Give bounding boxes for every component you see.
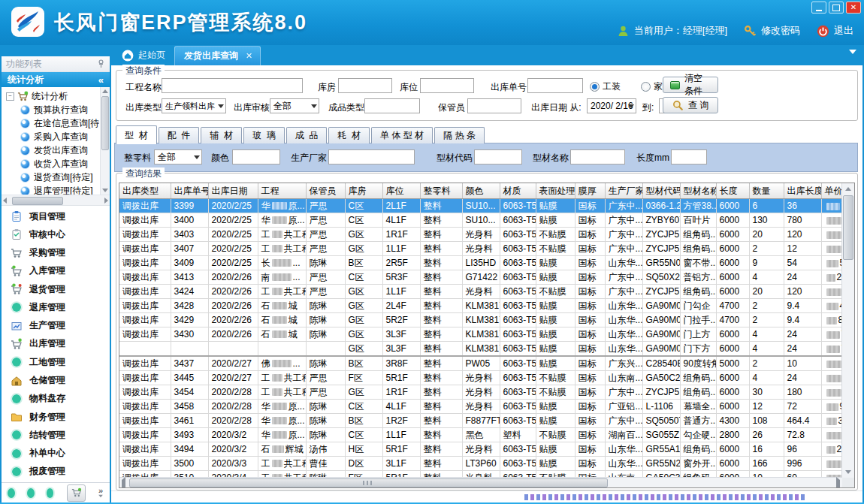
- tree-scroll-thumb[interactable]: [101, 96, 109, 150]
- material-tab-2[interactable]: 配 件: [159, 127, 200, 143]
- column-header-长度[interactable]: 长度: [716, 183, 749, 199]
- sidebar-item-退货管理[interactable]: 退货管理: [2, 280, 110, 298]
- change-password-button[interactable]: 修改密码: [744, 24, 800, 38]
- column-header-出库单号[interactable]: 出库单号: [171, 183, 208, 199]
- tree-item[interactable]: 退库管理[待定]: [6, 184, 99, 195]
- column-header-生产厂家[interactable]: 生产厂家: [605, 183, 642, 199]
- sidebar-item-出库管理[interactable]: 出库管理: [2, 335, 110, 353]
- column-header-单价[interactable]: 单价: [821, 183, 842, 199]
- sidebar-item-仓储管理[interactable]: 仓储管理: [2, 371, 110, 389]
- material-tab-5[interactable]: 成 品: [286, 127, 328, 143]
- dock-dot-icon[interactable]: [8, 488, 15, 498]
- material-tab-3[interactable]: 辅 材: [201, 127, 242, 143]
- warehouse-input[interactable]: [338, 78, 392, 93]
- column-header-库位[interactable]: 库位: [382, 183, 420, 199]
- table-row[interactable]: 调拨出库34302020/2/26石城陈琳G区3L3F整料KLM38176063…: [119, 327, 842, 342]
- scroll-left-icon[interactable]: [3, 195, 7, 205]
- tree-item[interactable]: 收货入库查询: [6, 157, 99, 171]
- material-tab-8[interactable]: 隔 热 条: [434, 127, 485, 143]
- sidebar-item-生产管理[interactable]: 生产管理: [2, 317, 110, 335]
- scroll-up-icon[interactable]: [101, 87, 110, 95]
- table-row[interactable]: 调拨出库34612020/2/28华原...陈琳B区1R2F整料F8877FT6…: [119, 414, 842, 428]
- sidebar-item-退库管理[interactable]: 退库管理: [2, 298, 110, 316]
- audit-combo[interactable]: 全部: [270, 98, 319, 113]
- scroll-left-icon[interactable]: [122, 480, 125, 488]
- grid-vertical-scrollbar[interactable]: [841, 183, 854, 478]
- sidebar-item-物料盘存[interactable]: 物料盘存: [2, 390, 110, 408]
- tree-item[interactable]: 发货出库查询: [6, 143, 99, 157]
- column-header-材质[interactable]: 材质: [500, 183, 536, 199]
- column-header-出库日期[interactable]: 出库日期: [208, 183, 258, 199]
- table-row[interactable]: 调拨出库34002020/2/25华原...严思C区4L1F整料SU10...6…: [119, 213, 842, 228]
- sidebar-item-补单中心[interactable]: 补单中心: [2, 444, 110, 462]
- profile-name-input[interactable]: [570, 149, 625, 164]
- table-row[interactable]: 调拨出库34072020/2/25工共工程严思G区1L1F整料光身料6063-T…: [119, 242, 842, 256]
- logout-button[interactable]: 退出: [817, 24, 853, 38]
- column-header-型材名称[interactable]: 型材名称: [680, 183, 716, 199]
- sidebar-item-审核中心[interactable]: 审核中心: [2, 225, 110, 243]
- order-no-input[interactable]: [527, 78, 583, 93]
- scroll-down-icon[interactable]: [101, 186, 110, 195]
- sidebar-item-报废管理[interactable]: 报废管理: [2, 463, 110, 481]
- material-tab-1[interactable]: 型 材: [116, 125, 157, 144]
- whole-piece-combo[interactable]: 全部: [154, 149, 202, 164]
- tab-shipping-outbound-query[interactable]: 发货出库查询 ✕: [174, 46, 261, 65]
- keeper-input[interactable]: [467, 98, 521, 113]
- tab-home[interactable]: 起始页: [113, 45, 174, 65]
- table-row[interactable]: 调拨出库34092020/2/25长...陈琳B区2R5F整料LI35HD606…: [119, 256, 842, 270]
- length-input[interactable]: [671, 149, 707, 164]
- column-header-工程[interactable]: 工程: [258, 183, 306, 199]
- sidebar-item-采购管理[interactable]: 采购管理: [2, 244, 110, 262]
- color-input[interactable]: [232, 149, 280, 164]
- maximize-button[interactable]: [829, 2, 844, 14]
- sidebar-item-工地管理[interactable]: 工地管理: [2, 353, 110, 371]
- material-tab-7[interactable]: 单 体 型 材: [371, 127, 433, 143]
- minimize-button[interactable]: [811, 2, 826, 14]
- tab-close-icon[interactable]: ✕: [246, 51, 252, 61]
- grid-horizontal-scrollbar[interactable]: [119, 477, 842, 487]
- tree-item[interactable]: 在途信息查询[待: [6, 116, 99, 130]
- table-row[interactable]: 调拨出库34372020/2/27佛...陈琳B区3R8F整料PW056063-…: [119, 356, 842, 371]
- tree-root-node[interactable]: − 统计分析: [6, 89, 99, 103]
- column-header-保管员[interactable]: 保管员: [306, 183, 345, 199]
- sidebar-item-项目管理[interactable]: 项目管理: [2, 207, 110, 225]
- material-tab-6[interactable]: 耗 材: [328, 127, 370, 143]
- close-button[interactable]: ✕: [846, 2, 861, 14]
- table-row[interactable]: 调拨出库34542020/2/28工共工程严思G区1R1F整料光身料6063-T…: [119, 385, 842, 400]
- date-from-picker[interactable]: 2020/ 2/16: [587, 98, 636, 113]
- grid-vscroll-thumb[interactable]: [843, 195, 853, 260]
- tab-list-dropdown-icon[interactable]: [849, 54, 856, 65]
- table-row[interactable]: 调拨出库34582020/2/28华原...陈琳C区4L1F整料光身料6063-…: [119, 400, 842, 414]
- profile-code-input[interactable]: [474, 149, 522, 164]
- dock-overflow-button[interactable]: »: [98, 487, 104, 498]
- table-row[interactable]: 调拨出库34282020/2/26石城陈琳G区2L4F整料KLM38176063…: [119, 299, 842, 313]
- location-input[interactable]: [420, 78, 474, 93]
- scroll-down-icon[interactable]: [842, 466, 854, 478]
- collapse-icon[interactable]: «: [98, 74, 104, 86]
- dock-cart-button[interactable]: [67, 484, 86, 502]
- tree-expander-icon[interactable]: −: [6, 92, 14, 101]
- tree-horizontal-scrollbar[interactable]: [2, 195, 110, 206]
- column-header-表面处理[interactable]: 表面处理: [536, 183, 575, 199]
- table-row[interactable]: 调拨出库34942020/3/2石辉城汤伟H区5R1F整料光身料6063-T5贴…: [119, 442, 842, 457]
- clear-conditions-button[interactable]: 清空条件: [663, 77, 718, 93]
- scroll-right-icon[interactable]: [836, 480, 840, 488]
- column-header-颜色[interactable]: 颜色: [462, 183, 500, 199]
- tree-item[interactable]: 采购入库查询: [6, 130, 99, 143]
- column-header-出库类型[interactable]: 出库类型: [119, 183, 171, 199]
- project-name-input[interactable]: [162, 78, 303, 93]
- table-row[interactable]: G区3L3F整料KLM38176063-T5贴膜国标山东华...GA90M09.…: [119, 342, 842, 357]
- grid-hscroll-thumb[interactable]: [129, 478, 608, 487]
- sidebar-item-财务管理[interactable]: 财务管理: [2, 408, 110, 426]
- table-row[interactable]: 调拨出库35002020/3/3工共工程曹佳D区3L1F整料LT3P606063…: [119, 457, 842, 471]
- column-header-数量[interactable]: 数量: [749, 183, 784, 199]
- pin-icon[interactable]: [97, 59, 105, 68]
- tree-vertical-scrollbar[interactable]: [100, 87, 110, 195]
- radio-industrial[interactable]: 工装: [590, 80, 621, 93]
- tree-hscroll-thumb[interactable]: [12, 197, 63, 205]
- column-header-库房[interactable]: 库房: [345, 183, 382, 199]
- scroll-right-icon[interactable]: [104, 195, 108, 205]
- table-row[interactable]: 调拨出库34452020/2/27工共工程严思F区5R1F整料光身料6063-T…: [119, 371, 842, 385]
- table-row[interactable]: 调拨出库34292020/2/26石城陈琳G区5R2F整料KLM38176063…: [119, 313, 842, 327]
- dock-dot-icon[interactable]: [27, 488, 35, 498]
